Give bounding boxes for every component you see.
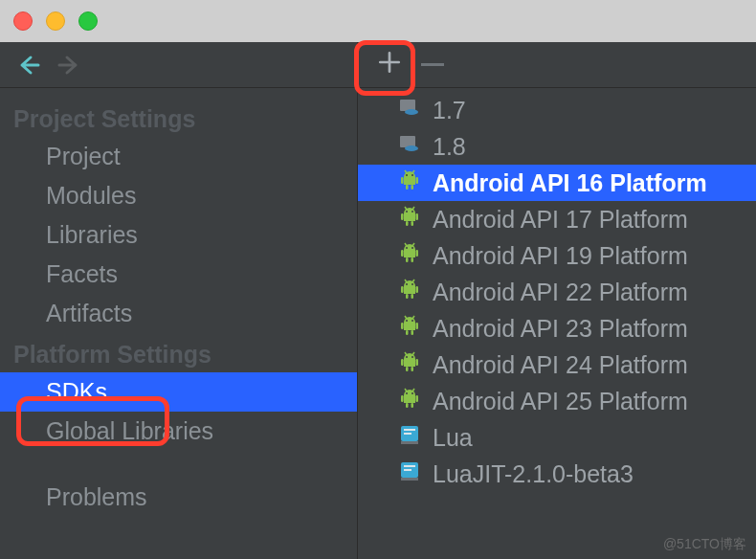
- svg-rect-61: [404, 429, 415, 431]
- maximize-window-button[interactable]: [78, 11, 98, 31]
- svg-rect-57: [416, 395, 419, 402]
- sidebar-item-artifacts[interactable]: Artifacts: [0, 294, 357, 333]
- svg-rect-50: [406, 367, 409, 371]
- lua-icon: [398, 423, 421, 452]
- section-header-platform-settings: Platform Settings: [0, 333, 357, 372]
- svg-rect-34: [406, 294, 409, 299]
- sdk-item[interactable]: Android API 19 Platform: [358, 237, 756, 274]
- minimize-window-button[interactable]: [46, 11, 65, 31]
- close-window-button[interactable]: [13, 11, 33, 31]
- android-icon: [398, 278, 421, 306]
- sidebar-item-libraries[interactable]: Libraries: [0, 215, 357, 255]
- sdk-item-label: Android API 23 Platform: [433, 315, 688, 343]
- svg-rect-25: [416, 250, 419, 257]
- svg-rect-56: [401, 395, 404, 402]
- back-button[interactable]: [15, 52, 42, 78]
- svg-line-54: [405, 389, 407, 391]
- svg-line-38: [405, 316, 407, 319]
- sidebar-item-modules[interactable]: Modules: [0, 176, 357, 215]
- svg-rect-17: [416, 213, 419, 220]
- android-icon: [398, 387, 421, 415]
- sdk-item-label: Android API 22 Platform: [433, 279, 688, 306]
- nav-toolbar: [0, 42, 357, 88]
- svg-rect-10: [406, 185, 409, 190]
- sdk-item-label: Android API 19 Platform: [433, 242, 688, 270]
- sidebar-item-sdks[interactable]: SDKs: [0, 372, 357, 412]
- remove-sdk-button[interactable]: [421, 63, 444, 66]
- svg-line-55: [412, 389, 414, 391]
- svg-point-20: [406, 247, 408, 249]
- svg-line-47: [412, 352, 414, 355]
- sdk-item[interactable]: 1.8: [358, 128, 756, 165]
- svg-rect-8: [401, 177, 404, 184]
- sdk-item[interactable]: Android API 25 Platform: [358, 383, 756, 419]
- svg-point-21: [411, 247, 413, 249]
- android-icon: [398, 168, 421, 197]
- svg-rect-26: [406, 257, 409, 262]
- jdk-icon: [398, 132, 421, 161]
- sidebar-item-problems[interactable]: Problems: [0, 478, 357, 517]
- svg-point-13: [411, 211, 413, 212]
- android-icon: [398, 350, 421, 379]
- svg-rect-63: [401, 441, 418, 444]
- sdk-item-label: Android API 25 Platform: [433, 388, 688, 415]
- svg-line-46: [405, 352, 407, 355]
- svg-point-1: [405, 109, 418, 115]
- sdk-main-pane: 1.71.8Android API 16 PlatformAndroid API…: [358, 42, 756, 559]
- svg-rect-24: [401, 250, 404, 257]
- sdk-item[interactable]: Android API 22 Platform: [358, 274, 756, 310]
- svg-rect-67: [401, 478, 418, 481]
- svg-rect-18: [406, 221, 409, 226]
- sdk-item[interactable]: Android API 17 Platform: [358, 201, 756, 237]
- android-icon: [398, 314, 421, 343]
- svg-rect-49: [416, 359, 419, 366]
- svg-rect-35: [411, 294, 414, 299]
- add-sdk-button[interactable]: [375, 49, 404, 81]
- svg-rect-9: [416, 177, 419, 184]
- jdk-icon: [398, 96, 421, 124]
- sdk-item-label: Android API 16 Platform: [433, 169, 707, 197]
- svg-line-31: [412, 280, 414, 282]
- svg-point-37: [411, 320, 413, 322]
- sdk-item-label: 1.8: [433, 133, 466, 161]
- svg-line-15: [412, 207, 414, 210]
- svg-line-23: [412, 243, 414, 246]
- svg-rect-42: [406, 330, 409, 335]
- svg-rect-19: [411, 221, 414, 226]
- sdk-item[interactable]: LuaJIT-2.1.0-beta3: [358, 456, 756, 492]
- svg-point-29: [411, 283, 413, 285]
- svg-rect-40: [401, 323, 404, 329]
- svg-point-52: [406, 392, 408, 394]
- sidebar-item-facets[interactable]: Facets: [0, 255, 357, 294]
- forward-button[interactable]: [56, 52, 82, 78]
- svg-rect-51: [411, 367, 414, 371]
- sidebar-item-global-libraries[interactable]: Global Libraries: [0, 412, 357, 451]
- svg-rect-43: [411, 330, 414, 335]
- lua-icon: [398, 459, 421, 488]
- svg-rect-11: [411, 185, 414, 190]
- settings-sidebar: Project Settings ProjectModulesLibraries…: [0, 42, 358, 559]
- svg-point-44: [406, 356, 408, 358]
- sdk-item[interactable]: Lua: [358, 419, 756, 456]
- sdk-toolbar: [358, 42, 756, 88]
- android-icon: [398, 241, 421, 270]
- sidebar-item-project[interactable]: Project: [0, 137, 357, 176]
- sdk-item[interactable]: Android API 23 Platform: [358, 310, 756, 347]
- sdk-item[interactable]: Android API 24 Platform: [358, 347, 756, 383]
- minus-icon: [421, 63, 444, 66]
- svg-rect-16: [401, 213, 404, 220]
- sdk-list: 1.71.8Android API 16 PlatformAndroid API…: [358, 88, 756, 492]
- sdk-item-label: LuaJIT-2.1.0-beta3: [433, 460, 634, 488]
- sdk-item-label: Android API 17 Platform: [433, 206, 688, 234]
- svg-rect-32: [401, 286, 404, 293]
- svg-point-5: [411, 174, 413, 176]
- svg-line-6: [405, 170, 407, 173]
- svg-line-7: [412, 170, 414, 173]
- svg-point-53: [411, 392, 413, 394]
- sdk-item[interactable]: Android API 16 Platform: [358, 165, 756, 201]
- svg-line-14: [405, 207, 407, 210]
- sdk-item[interactable]: 1.7: [358, 92, 756, 128]
- sdk-item-label: 1.7: [433, 97, 466, 124]
- svg-point-3: [405, 145, 418, 151]
- svg-rect-41: [416, 323, 419, 329]
